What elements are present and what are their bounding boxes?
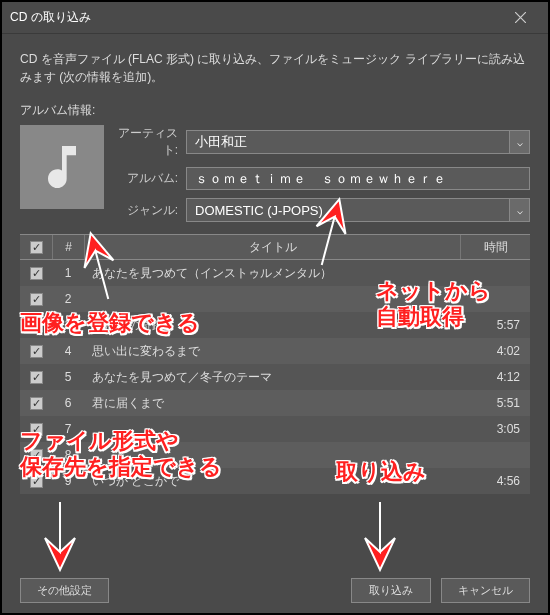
row-time: 5:57 [460,312,530,338]
row-time [460,286,530,312]
table-row[interactable]: ✓6君に届くまで5:51 [20,390,530,416]
chevron-down-icon[interactable]: ⌵ [510,130,530,154]
table-body: ✓1あなたを見つめて（インストゥルメンタル）✓2✓3ふたつの奇跡5:57✓4思い… [20,260,530,494]
row-checkbox[interactable]: ✓ [30,371,43,384]
row-title [84,442,460,468]
row-num: 6 [52,390,84,416]
row-time [460,260,530,286]
table-row[interactable]: ✓5あなたを見つめて／冬子のテーマ4:12 [20,364,530,390]
row-num: 9 [52,468,84,494]
row-checkbox[interactable]: ✓ [30,475,43,488]
album-artwork-placeholder[interactable] [20,125,104,209]
album-label: アルバム: [116,170,178,187]
row-num: 2 [52,286,84,312]
track-table: ✓ # タイトル 時間 ✓1あなたを見つめて（インストゥルメンタル）✓2✓3ふた… [20,234,530,494]
other-settings-button[interactable]: その他設定 [20,578,109,603]
row-num: 7 [52,416,84,442]
genre-label: ジャンル: [116,202,178,219]
titlebar: CD の取り込み [2,2,548,34]
window-title: CD の取り込み [10,9,500,26]
row-checkbox[interactable]: ✓ [30,293,43,306]
table-row[interactable]: ✓8 [20,442,530,468]
table-row[interactable]: ✓9いつか どこかで4:56 [20,468,530,494]
album-info-label: アルバム情報: [20,102,530,119]
dialog-footer: その他設定 取り込み キャンセル [2,568,548,613]
artist-label: アーティスト: [116,125,178,159]
table-row[interactable]: ✓73:05 [20,416,530,442]
select-all-checkbox[interactable]: ✓ [30,241,43,254]
col-header-title[interactable]: タイトル [84,235,460,259]
row-time: 5:51 [460,390,530,416]
genre-select[interactable]: DOMESTIC (J-POPS) [186,198,510,222]
row-title: あなたを見つめて／冬子のテーマ [84,364,460,390]
description-text: CD を音声ファイル (FLAC 形式) に取り込み、ファイルをミュージック ラ… [20,50,530,86]
row-checkbox[interactable]: ✓ [30,449,43,462]
album-fields: アーティスト: 小田和正 ⌵ アルバム: ジャンル: DOMESTIC (J-P… [116,125,530,222]
table-header-row: ✓ # タイトル 時間 [20,234,530,260]
row-title: あなたを見つめて（インストゥルメンタル） [84,260,460,286]
row-checkbox[interactable]: ✓ [30,423,43,436]
col-header-num[interactable]: # [52,235,84,259]
row-title: 君に届くまで [84,390,460,416]
row-checkbox[interactable]: ✓ [30,267,43,280]
row-time: 3:05 [460,416,530,442]
cancel-button[interactable]: キャンセル [441,578,530,603]
table-row[interactable]: ✓2 [20,286,530,312]
album-input[interactable] [186,167,530,190]
import-button[interactable]: 取り込み [351,578,431,603]
import-cd-dialog: CD の取り込み CD を音声ファイル (FLAC 形式) に取り込み、ファイル… [2,2,548,613]
row-num: 3 [52,312,84,338]
row-time: 4:12 [460,364,530,390]
col-header-time[interactable]: 時間 [460,235,530,259]
row-title [84,286,460,312]
artist-select[interactable]: 小田和正 [186,130,510,154]
row-title: いつか どこかで [84,468,460,494]
row-time: 4:02 [460,338,530,364]
close-button[interactable] [500,2,540,34]
row-title: ふたつの奇跡 [84,312,460,338]
row-checkbox[interactable]: ✓ [30,397,43,410]
chevron-down-icon[interactable]: ⌵ [510,198,530,222]
row-num: 4 [52,338,84,364]
row-num: 1 [52,260,84,286]
music-note-icon [34,139,90,195]
row-time: 4:56 [460,468,530,494]
table-row[interactable]: ✓1あなたを見つめて（インストゥルメンタル） [20,260,530,286]
row-checkbox[interactable]: ✓ [30,345,43,358]
row-time [460,442,530,468]
row-title: 思い出に変わるまで [84,338,460,364]
dialog-content: CD を音声ファイル (FLAC 形式) に取り込み、ファイルをミュージック ラ… [2,34,548,568]
close-icon [515,12,526,23]
row-num: 5 [52,364,84,390]
row-checkbox[interactable]: ✓ [30,319,43,332]
table-row[interactable]: ✓3ふたつの奇跡5:57 [20,312,530,338]
row-num: 8 [52,442,84,468]
table-row[interactable]: ✓4思い出に変わるまで4:02 [20,338,530,364]
album-info-section: アーティスト: 小田和正 ⌵ アルバム: ジャンル: DOMESTIC (J-P… [20,125,530,222]
row-title [84,416,460,442]
